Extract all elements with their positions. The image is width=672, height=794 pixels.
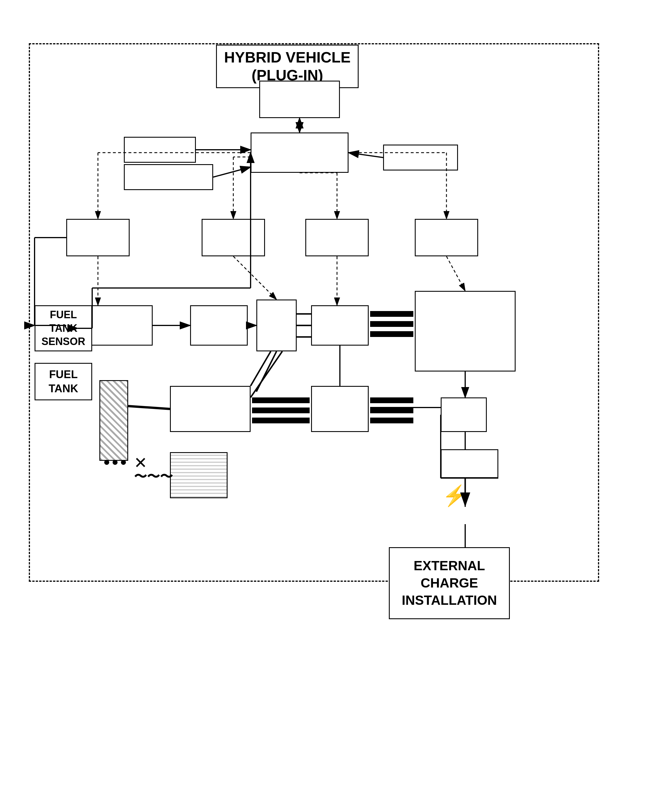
mg2-box xyxy=(170,386,251,432)
speaker-box xyxy=(383,145,458,171)
mech-dots: ••• xyxy=(104,452,129,472)
navi-box xyxy=(259,81,340,118)
mc-box xyxy=(305,219,369,256)
fuel-tank-box: FUEL TANK xyxy=(35,363,92,400)
other-sensors-box xyxy=(124,164,213,190)
external-charge-box: EXTERNALCHARGEINSTALLATION xyxy=(389,547,510,619)
batt-box xyxy=(415,291,515,372)
gc-box xyxy=(202,219,265,256)
charger-box xyxy=(441,398,487,432)
plug: ⚡ xyxy=(442,484,467,508)
inv1-box xyxy=(311,305,369,346)
inv2-box xyxy=(311,386,369,432)
power-split-box xyxy=(256,300,297,351)
fuel-tank-sensor-box: FUEL TANKSENSOR xyxy=(35,305,92,351)
wheel-axle xyxy=(99,380,128,461)
lbc-box xyxy=(415,219,478,256)
vcm-box xyxy=(251,133,349,173)
charge-port-box xyxy=(441,449,498,478)
ecm-box xyxy=(66,219,130,256)
coil xyxy=(170,452,227,498)
ign-sw-box xyxy=(124,137,196,163)
mg1-box xyxy=(190,305,248,346)
